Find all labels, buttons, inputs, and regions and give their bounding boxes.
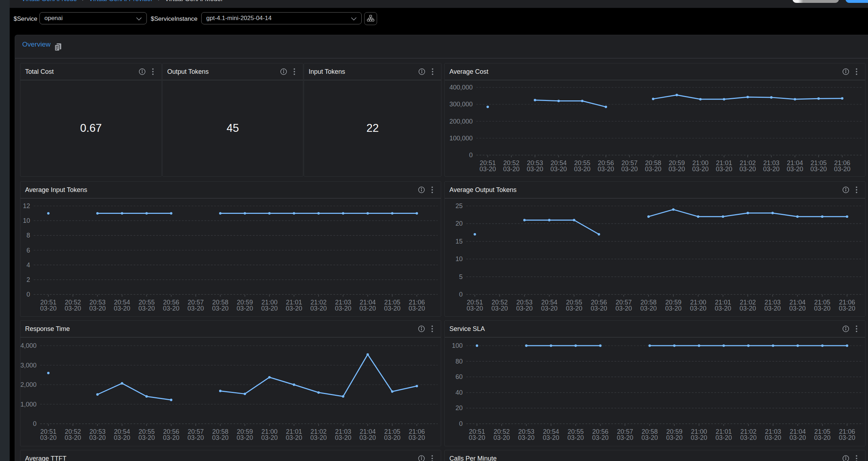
panel-total-cost: Total Cost0.67	[20, 63, 162, 177]
panel-title: Average TTFT	[25, 450, 66, 461]
stat-value: 0.67	[20, 80, 161, 176]
panel-average-ttft: Average TTFT	[20, 450, 441, 461]
instance-select[interactable]: gpt-4.1-mini-2025-04-14	[201, 12, 362, 24]
kebab-menu-icon[interactable]	[431, 186, 433, 194]
info-icon[interactable]	[842, 186, 850, 194]
overview-card: Overview Total Cost0.67Output Tokens45In…	[15, 35, 868, 461]
topbar-primary-button[interactable]	[845, 0, 868, 3]
panel-response-time: Response Time	[20, 320, 441, 446]
panel-title: Input Tokens	[309, 63, 345, 80]
panel-header: Total Cost	[20, 63, 161, 80]
info-icon[interactable]	[280, 68, 288, 76]
panel-title: Response Time	[25, 321, 70, 337]
panel-header-divider	[445, 198, 865, 198]
breadcrumb-item-provider[interactable]: Virtual GenAI Provider	[89, 0, 153, 3]
stat-value: 22	[304, 80, 441, 176]
instance-select-value: gpt-4.1-mini-2025-04-14	[206, 15, 271, 22]
kebab-menu-icon[interactable]	[855, 186, 858, 194]
panel-header-divider	[20, 337, 441, 337]
sitemap-icon	[367, 15, 375, 23]
panel-title: Total Cost	[25, 63, 54, 80]
panel-header: Output Tokens	[163, 63, 303, 80]
topbar-secondary-button[interactable]	[792, 0, 839, 3]
panel-header: Input Tokens	[304, 63, 441, 80]
overview-divider	[15, 58, 868, 58]
panel-average-input-tokens: Average Input Tokens	[20, 181, 441, 317]
panel-header-divider	[20, 198, 441, 198]
panel-header: Average Cost	[445, 63, 865, 80]
panel-title: Average Output Tokens	[449, 182, 516, 198]
panel-header: Calls Per Minute	[445, 450, 865, 461]
service-select[interactable]: openai	[39, 12, 147, 24]
kebab-menu-icon[interactable]	[152, 68, 154, 76]
info-icon[interactable]	[418, 325, 425, 333]
instance-variable-label: $ServiceInstance	[151, 15, 197, 23]
panel-calls-per-minute: Calls Per Minute	[444, 450, 865, 461]
panel-title: Output Tokens	[167, 63, 209, 80]
dashboard-screen: Virtual GenAI Node›Virtual GenAI Provide…	[0, 0, 868, 461]
panel-title: Average Input Tokens	[25, 182, 87, 198]
panel-header: Service SLA	[445, 321, 865, 337]
breadcrumb-item-model: Virtual GenAI Model	[165, 0, 222, 3]
topology-button[interactable]	[364, 12, 377, 25]
chevron-down-icon	[351, 17, 357, 20]
left-edge-strip	[0, 0, 10, 461]
panel-title: Calls Per Minute	[449, 450, 497, 461]
breadcrumb-item-node[interactable]: Virtual GenAI Node	[21, 0, 77, 3]
info-icon[interactable]	[418, 186, 425, 194]
breadcrumb-separator-icon: ›	[158, 0, 160, 2]
panel-title: Average Cost	[449, 63, 488, 80]
tab-overview[interactable]: Overview	[22, 40, 50, 48]
info-icon[interactable]	[138, 68, 146, 76]
panel-header-divider	[445, 80, 865, 80]
info-icon[interactable]	[842, 68, 850, 76]
service-select-value: openai	[44, 15, 63, 22]
copy-icon[interactable]	[53, 43, 63, 52]
breadcrumb-bar: Virtual GenAI Node›Virtual GenAI Provide…	[0, 0, 868, 8]
panel-header: Average Input Tokens	[20, 182, 441, 198]
panel-output-tokens: Output Tokens45	[162, 63, 303, 177]
variables-toolbar: $Service openai $ServiceInstance gpt-4.1…	[0, 8, 868, 34]
info-icon[interactable]	[842, 325, 850, 333]
kebab-menu-icon[interactable]	[431, 455, 433, 461]
panel-header-divider	[445, 337, 865, 337]
kebab-menu-icon[interactable]	[431, 325, 433, 333]
stat-value: 45	[163, 80, 303, 176]
info-icon[interactable]	[842, 455, 850, 461]
kebab-menu-icon[interactable]	[293, 68, 295, 76]
kebab-menu-icon[interactable]	[855, 68, 858, 76]
info-icon[interactable]	[418, 68, 426, 76]
breadcrumb-separator-icon: ›	[82, 0, 84, 2]
panel-header: Response Time	[20, 321, 441, 337]
service-variable-label: $Service	[14, 15, 37, 23]
panel-service-sla: Service SLA	[444, 320, 865, 446]
panel-header: Average Output Tokens	[445, 182, 865, 198]
panel-input-tokens: Input Tokens22	[304, 63, 442, 177]
panel-average-output-tokens: Average Output Tokens	[444, 181, 865, 317]
panel-header: Average TTFT	[20, 450, 441, 461]
panel-title: Service SLA	[449, 321, 485, 337]
kebab-menu-icon[interactable]	[855, 455, 858, 461]
info-icon[interactable]	[418, 455, 425, 461]
kebab-menu-icon[interactable]	[431, 68, 434, 76]
panel-average-cost: Average Cost	[444, 63, 865, 177]
breadcrumb: Virtual GenAI Node›Virtual GenAI Provide…	[21, 0, 222, 3]
kebab-menu-icon[interactable]	[855, 325, 858, 333]
chevron-down-icon	[136, 17, 142, 20]
